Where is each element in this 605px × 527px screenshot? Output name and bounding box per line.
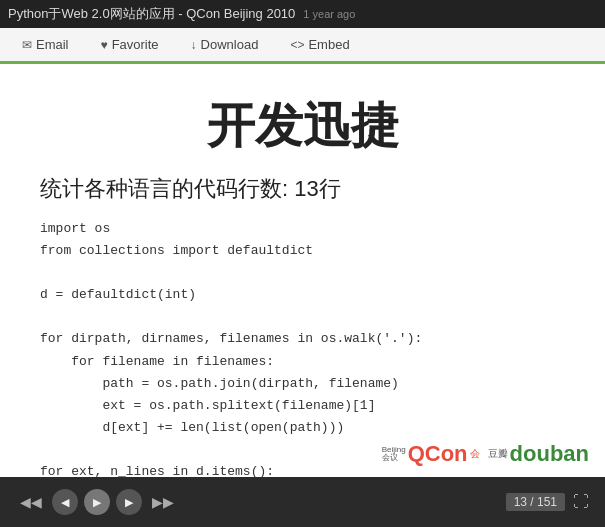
slide-subtitle: 统计各种语言的代码行数: 13行 bbox=[40, 174, 565, 204]
fullscreen-button[interactable]: ⛶ bbox=[573, 493, 589, 511]
heart-icon: ♥ bbox=[101, 38, 108, 52]
controls-right: 13 / 151 ⛶ bbox=[506, 493, 589, 511]
slide-logos: Beijing会议 QCon 会 豆瓣 douban bbox=[382, 441, 589, 467]
skip-to-end-button[interactable]: ▶▶ bbox=[148, 492, 178, 512]
download-button[interactable]: ↓ Download bbox=[185, 33, 265, 56]
slide-code: import os from collections import defaul… bbox=[40, 218, 565, 477]
beijing-text: Beijing会议 bbox=[382, 446, 406, 462]
timestamp: 1 year ago bbox=[303, 8, 355, 20]
email-label: Email bbox=[36, 37, 69, 52]
favorite-button[interactable]: ♥ Favorite bbox=[95, 33, 165, 56]
douban-prefix: 豆瓣 bbox=[488, 447, 508, 461]
douban-logo: 豆瓣 douban bbox=[488, 441, 589, 467]
qcon-logo: Beijing会议 QCon 会 bbox=[382, 441, 480, 467]
slide-title: 开发迅捷 bbox=[40, 94, 565, 158]
download-icon: ↓ bbox=[191, 38, 197, 52]
title-bar: Python于Web 2.0网站的应用 - QCon Beijing 2010 … bbox=[0, 0, 605, 28]
slide-counter: 13 / 151 bbox=[506, 493, 565, 511]
embed-button[interactable]: <> Embed bbox=[284, 33, 355, 56]
download-label: Download bbox=[201, 37, 259, 52]
qcon-superscript: 会 bbox=[470, 447, 480, 461]
email-button[interactable]: ✉ Email bbox=[16, 33, 75, 56]
play-button[interactable]: ▶ bbox=[84, 489, 110, 515]
playback-controls: ◀◀ ◀ ▶ ▶ ▶▶ bbox=[16, 489, 178, 515]
skip-to-start-button[interactable]: ◀◀ bbox=[16, 492, 46, 512]
douban-text: douban bbox=[510, 441, 589, 467]
prev-button[interactable]: ◀ bbox=[52, 489, 78, 515]
toolbar: ✉ Email ♥ Favorite ↓ Download <> Embed bbox=[0, 28, 605, 64]
embed-label: Embed bbox=[308, 37, 349, 52]
qcon-text: QCon bbox=[408, 441, 468, 467]
controls-bar: ◀◀ ◀ ▶ ▶ ▶▶ 13 / 151 ⛶ bbox=[0, 477, 605, 527]
favorite-label: Favorite bbox=[112, 37, 159, 52]
presentation-title: Python于Web 2.0网站的应用 - QCon Beijing 2010 bbox=[8, 5, 295, 23]
email-icon: ✉ bbox=[22, 38, 32, 52]
embed-icon: <> bbox=[290, 38, 304, 52]
next-button[interactable]: ▶ bbox=[116, 489, 142, 515]
slide-area: 开发迅捷 统计各种语言的代码行数: 13行 import os from col… bbox=[0, 64, 605, 477]
